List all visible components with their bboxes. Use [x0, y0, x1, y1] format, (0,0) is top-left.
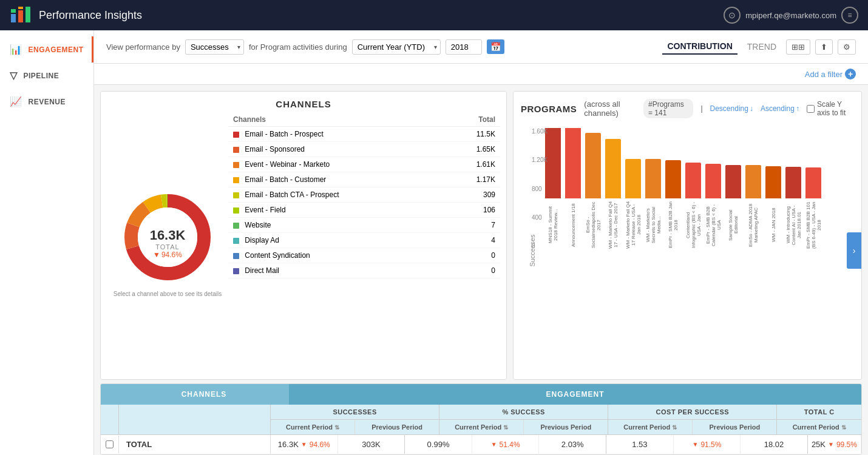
- bar-column[interactable]: WM - Marketo's Secrets to Social Media..…: [644, 159, 662, 249]
- next-button[interactable]: ›: [847, 232, 861, 269]
- channel-color-dot: [233, 207, 239, 214]
- descending-sort-btn[interactable]: Descending ↓: [710, 104, 753, 113]
- bar-column[interactable]: Announcement 1/18: [564, 128, 582, 249]
- bar-column[interactable]: WM - Marketo Fall Q4 17 - USA - Dec 2017: [604, 139, 622, 249]
- bar-column[interactable]: EmSo - Socialmediapolis Dec 2017: [584, 133, 602, 249]
- period-select[interactable]: Current Year (YTD): [352, 39, 441, 55]
- channel-total-cell: 0: [446, 248, 500, 263]
- down-arrow-icon: ▼: [153, 251, 160, 259]
- channel-row[interactable]: Email - Batch CTA - Prospect 309: [228, 187, 500, 203]
- activity-label: for Program activities during: [249, 42, 347, 52]
- user-avatar-icon[interactable]: ⊙: [724, 7, 741, 24]
- bar-label: Announcement 1/18: [571, 201, 576, 249]
- bt-curr-period-1: Current Period ⇅: [271, 420, 355, 434]
- bottom-table-header: CHANNELS ENGAGEMENT: [101, 384, 861, 405]
- user-menu-button[interactable]: ≡: [841, 7, 858, 24]
- ascending-sort-btn[interactable]: Ascending ↑: [761, 104, 799, 113]
- bt-successes-section: SUCCESSES Current Period ⇅ Previous Peri…: [271, 405, 439, 434]
- channel-row[interactable]: Display Ad 4: [228, 233, 500, 248]
- sort-icon-4[interactable]: ⇅: [841, 424, 846, 431]
- bar-column[interactable]: Sample Social Editorial: [724, 165, 742, 249]
- bt-total-row: TOTAL 16.3K ▼ 94.6% 303K 0.99% ▼ 51.4% 2…: [101, 435, 861, 454]
- channel-color-dot: [233, 253, 239, 259]
- bar-label: WM - Introducing Content AI - USA - Jan …: [785, 201, 802, 249]
- sort-icon-3[interactable]: ⇅: [672, 424, 677, 431]
- sidebar-item-revenue[interactable]: 📈 REVENUE: [0, 89, 93, 115]
- contribution-tab[interactable]: CONTRIBUTION: [662, 39, 737, 55]
- bar-label: EmSo - ADMA 2018 Marketing APAC: [748, 201, 759, 249]
- total-arrow: ▼: [828, 441, 834, 448]
- year-input[interactable]: [446, 39, 482, 55]
- revenue-icon: 📈: [10, 96, 22, 107]
- pipeline-icon: ▽: [10, 70, 18, 81]
- trend-tab[interactable]: TREND: [742, 39, 781, 54]
- sidebar-label-pipeline: PIPELINE: [24, 72, 59, 80]
- bar-column[interactable]: WM - Marketo Fall Q4 17 Release - USA - …: [624, 159, 642, 249]
- bar-column[interactable]: Contentland Infographic (BS < 6) - USA -…: [684, 163, 702, 249]
- bt-pct-curr: 0.99%: [405, 435, 472, 454]
- scale-checkbox[interactable]: [807, 105, 815, 113]
- bt-pct-cols: Current Period ⇅ Previous Period: [439, 420, 608, 434]
- channel-name-cell: Email - Batch CTA - Prospect: [228, 187, 446, 203]
- metric-select[interactable]: Successes: [185, 39, 244, 55]
- bar-rect: [705, 164, 721, 198]
- bt-successes-curr: 16.3K ▼ 94.6%: [271, 435, 338, 454]
- bar-column[interactable]: WM - Introducing Content AI - USA - Jan …: [784, 167, 802, 249]
- donut-chart-area: 16.3K TOTAL ▼ 94.6% Select a channel abo…: [107, 113, 228, 373]
- bar-rect: [745, 165, 761, 198]
- filter-button[interactable]: ⚙: [838, 39, 856, 55]
- row-checkbox[interactable]: [106, 440, 114, 448]
- bar-label: EmPr - SMB B2B Jan 2018: [668, 201, 679, 249]
- bt-cost-chg-cell: ▼ 91.5%: [674, 435, 741, 454]
- sort-icon-2[interactable]: ⇅: [503, 424, 508, 431]
- view-toggle-button[interactable]: ⊞⊞: [786, 39, 810, 55]
- bar-column[interactable]: EmPr - SMB B2B Jan 2018: [664, 160, 682, 249]
- main-layout: 📊 ENGAGEMENT ▽ PIPELINE 📈 REVENUE View p…: [0, 30, 868, 455]
- channel-row[interactable]: Direct Mail 0: [228, 263, 500, 278]
- channel-row[interactable]: Event - Field 106: [228, 203, 500, 218]
- bar-column[interactable]: EmPr - SMB B2B 101 (BS 6-49) - USA - Jan…: [804, 167, 822, 249]
- export-button[interactable]: ⬆: [815, 39, 833, 55]
- cost-chg: 91.5%: [700, 440, 721, 449]
- sidebar-item-engagement[interactable]: 📊 ENGAGEMENT: [0, 36, 93, 62]
- programs-panel: PROGRAMS (across all channels) #Programs…: [513, 91, 862, 380]
- channel-row[interactable]: Email - Batch - Prospect 11.5K: [228, 127, 500, 142]
- channel-total-cell: 1.65K: [446, 142, 500, 157]
- bar-column[interactable]: EmPr - SMB B2B Calendar (BS < 6) - USA: [704, 164, 722, 249]
- donut-center: 16.3K TOTAL ▼ 94.6%: [150, 228, 186, 259]
- calendar-icon[interactable]: 📅: [487, 39, 504, 54]
- channel-total-cell: 4: [446, 233, 500, 248]
- sidebar-label-engagement: ENGAGEMENT: [29, 46, 84, 54]
- channel-total-cell: 1.17K: [446, 172, 500, 187]
- channel-total-cell: 7: [446, 218, 500, 233]
- channel-row[interactable]: Email - Batch - Customer 1.17K: [228, 172, 500, 187]
- user-section: ⊙ mpiperf.qe@marketo.com ≡: [724, 7, 858, 24]
- bar-label: EmSo - Socialmediapolis Dec 2017: [585, 201, 602, 249]
- bt-prev-period-3: Previous Period: [693, 420, 776, 434]
- bar-column[interactable]: EmSo - ADMA 2018 Marketing APAC: [744, 165, 762, 249]
- channel-total-cell: 0: [446, 263, 500, 278]
- channels-scroll[interactable]: Channels Total Email - Batch - Prospect …: [228, 113, 500, 278]
- channel-row[interactable]: Event - Webinar - Marketo 1.61K: [228, 157, 500, 172]
- logo-icon: [10, 4, 32, 26]
- total-curr: 25K: [812, 440, 826, 449]
- channel-color-dot: [233, 177, 239, 183]
- sort-icon-1[interactable]: ⇅: [334, 424, 339, 431]
- channel-name-cell: Website: [228, 218, 446, 233]
- engagement-icon: 📊: [10, 44, 22, 55]
- period-select-wrap[interactable]: Current Year (YTD): [352, 39, 441, 55]
- channels-table: Channels Total Email - Batch - Prospect …: [228, 113, 500, 278]
- bt-prev-period-2: Previous Period: [524, 420, 608, 434]
- channel-name-cell: Event - Field: [228, 203, 446, 218]
- svg-rect-4: [18, 7, 23, 9]
- channel-row[interactable]: Website 7: [228, 218, 500, 233]
- channel-name-cell: Display Ad: [228, 233, 446, 248]
- metric-select-wrap[interactable]: Successes: [185, 39, 244, 55]
- bar-label: Sample Social Editorial: [728, 201, 739, 249]
- user-email: mpiperf.qe@marketo.com: [745, 11, 836, 20]
- add-filter-button[interactable]: Add a filter +: [805, 69, 856, 79]
- channel-row[interactable]: Email - Sponsored 1.65K: [228, 142, 500, 157]
- bar-column[interactable]: WM - JAN 2018: [764, 166, 782, 249]
- sidebar-item-pipeline[interactable]: ▽ PIPELINE: [0, 62, 93, 89]
- channel-row[interactable]: Content Syndication 0: [228, 248, 500, 263]
